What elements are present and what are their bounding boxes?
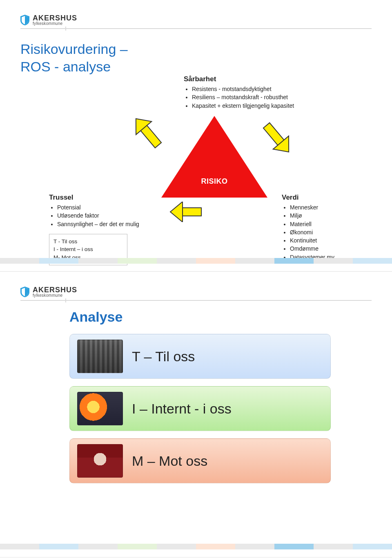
row-label: T – Til oss: [132, 349, 195, 365]
brand-text: AKERSHUS fylkeskommune: [33, 14, 77, 26]
footbar-seg: [353, 544, 392, 549]
verdi-item: Omdømme: [290, 245, 384, 253]
brand-header: AKERSHUS fylkeskommune: [20, 14, 372, 26]
footbar-seg: [274, 544, 314, 549]
footbar-seg: [314, 544, 353, 549]
footbar-seg: [118, 258, 157, 264]
row-label: I – Internt - i oss: [132, 401, 232, 417]
verdi-item: Materiell: [290, 220, 384, 228]
svg-rect-4: [181, 208, 201, 216]
footbar-seg: [157, 544, 196, 549]
slide-1: AKERSHUS fylkeskommune Risikovurdering –…: [0, 0, 392, 271]
sarbarhet-block: Sårbarhet Resistens - motstandsdyktighet…: [184, 75, 355, 110]
footbar-seg: [157, 258, 196, 264]
sarbarhet-list: Resistens - motstandsdyktighet Resiliens…: [184, 85, 355, 110]
footbar-seg: [196, 258, 235, 264]
verdi-head: Verdi: [282, 193, 384, 202]
brand-name: AKERSHUS: [33, 286, 77, 293]
verdi-item: Mennesker: [290, 203, 384, 211]
akershus-logo-icon: [20, 287, 29, 297]
analyse-row-i: I – Internt - i oss: [69, 386, 331, 431]
verdi-item: Miljø: [290, 211, 384, 220]
analyse-rows: T – Til oss I – Internt - i oss M – Mot …: [69, 334, 331, 483]
analyse-row-t: T – Til oss: [69, 334, 331, 379]
trussel-head: Trussel: [49, 193, 143, 202]
trussel-item: Potensial: [57, 203, 143, 211]
sarbarhet-head: Sårbarhet: [184, 75, 355, 83]
risiko-label: RISIKO: [161, 177, 267, 186]
tim-i: I - Internt – i oss: [53, 245, 123, 253]
footbar-seg: [39, 544, 78, 549]
tim-t: T - Til oss: [53, 238, 123, 246]
brand-text: AKERSHUS fylkeskommune: [33, 286, 77, 298]
trussel-block: Trussel Potensial Utløsende faktor Sanns…: [49, 193, 143, 265]
trussel-item: Sannsynlighet – der det er mulig: [57, 220, 143, 228]
thumb-person-icon: [77, 444, 123, 478]
brand-sub: fylkeskommune: [33, 22, 77, 26]
slide-title: Risikovurdering – ROS - analyse: [20, 40, 128, 75]
verdi-block: Verdi Mennesker Miljø Materiell Økonomi …: [282, 193, 384, 261]
header-divider: [20, 300, 372, 301]
akershus-logo-icon: [20, 15, 29, 25]
thumb-traffic-icon: [77, 340, 123, 373]
footbar-seg: [235, 258, 274, 264]
footbar-seg: [39, 258, 78, 264]
footer-color-bar: [0, 258, 392, 264]
footbar-seg: [78, 258, 118, 264]
brand-sub: fylkeskommune: [33, 293, 77, 298]
brand-header: AKERSHUS fylkeskommune: [20, 286, 372, 298]
trussel-list: Potensial Utløsende faktor Sannsynlighet…: [49, 203, 143, 228]
footbar-seg: [196, 544, 235, 549]
footbar-seg: [353, 258, 392, 264]
row-label: M – Mot oss: [132, 453, 207, 469]
sarbarhet-item: Resiliens – motstandskraft - robusthet: [192, 93, 355, 101]
slide2-title: Analyse: [69, 309, 372, 325]
title-line-2: ROS - analyse: [20, 59, 111, 74]
risiko-triangle: RISIKO: [161, 116, 267, 206]
footbar-seg: [274, 258, 314, 264]
analyse-row-m: M – Mot oss: [69, 438, 331, 483]
thumb-fire-icon: [77, 392, 123, 425]
verdi-list: Mennesker Miljø Materiell Økonomi Kontin…: [282, 203, 384, 261]
sarbarhet-item: Resistens - motstandsdyktighet: [192, 85, 355, 93]
slide1-body: Sårbarhet Resistens - motstandsdyktighet…: [20, 75, 372, 267]
footer-color-bar: [0, 544, 392, 549]
trussel-item: Utløsende faktor: [57, 211, 143, 220]
footbar-seg: [314, 258, 353, 264]
slide-2: AKERSHUS fylkeskommune Analyse T – Til o…: [0, 271, 392, 557]
footbar-seg: [235, 544, 274, 549]
verdi-item: Kontinuitet: [290, 236, 384, 245]
footbar-seg: [78, 544, 118, 549]
brand-name: AKERSHUS: [33, 14, 77, 22]
sarbarhet-item: Kapasitet + ekstern tilgjengelig kapasit…: [192, 102, 355, 110]
footbar-seg: [0, 544, 39, 549]
footbar-seg: [0, 258, 39, 264]
header-divider: [20, 28, 372, 29]
verdi-item: Økonomi: [290, 228, 384, 236]
title-line-1: Risikovurdering –: [20, 41, 128, 57]
footbar-seg: [118, 544, 157, 549]
